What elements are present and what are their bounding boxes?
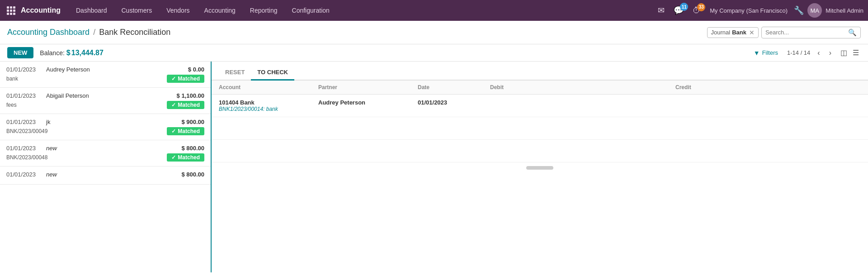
matched-badge: ✓ Matched [167,75,204,83]
list-item[interactable]: 01/01/2023 jk $ 900.00 BNK/2023/00049 ✓ … [0,114,211,140]
breadcrumb-bar: Accounting Dashboard / Bank Reconciliati… [0,21,868,44]
nav-reporting[interactable]: Reporting [243,0,285,21]
toolbar-right: ▼ Filters 1-14 / 14 ‹ › ◫ ☰ [750,48,861,58]
journal-filter-label: Journal [711,29,731,36]
nav-dashboard[interactable]: Dashboard [69,0,114,21]
row-name: Abigail Peterson [46,92,177,99]
toolbar-bar: NEW Balance: $ 13,444.87 ▼ Filters 1-14 … [0,44,868,62]
balance-label: Balance: [40,49,64,57]
empty-row [212,140,868,162]
svg-rect-8 [13,13,15,15]
apps-grid-icon[interactable] [5,4,17,17]
settings-icon[interactable]: 🔧 [794,5,804,15]
cell-partner: Audrey Peterson [318,99,418,106]
company-name[interactable]: My Company (San Francisco) [710,7,788,14]
nav-customers[interactable]: Customers [114,0,160,21]
nav-menu: Dashboard Customers Vendors Accounting R… [69,0,655,21]
brand-label: Accounting [21,6,61,14]
scrollbar-area [212,162,868,173]
nav-vendors[interactable]: Vendors [159,0,197,21]
row-date: 01/01/2023 [6,92,42,99]
col-credit: Credit [675,84,861,90]
row-amount: $ 900.00 [181,119,204,125]
activities-icon[interactable]: ⏱ 33 [690,4,703,17]
row-amount: $ 800.00 [181,145,204,152]
empty-row [212,117,868,140]
messages-badge: 11 [680,3,688,11]
matched-badge: ✓ Matched [167,101,204,109]
checkmark-icon: ✓ [171,102,176,108]
row-name: Audrey Peterson [46,66,188,73]
topnav-right-area: ✉ 💬 11 ⏱ 33 My Company (San Francisco) 🔧… [655,3,863,18]
kanban-view-button[interactable]: ◫ [839,48,849,58]
left-panel: 01/01/2023 Audrey Peterson $ 0.00 bank ✓… [0,62,212,272]
checkmark-icon: ✓ [171,154,176,161]
reset-tab[interactable]: RESET [219,65,251,81]
journal-filter-value: Bank [732,29,746,36]
matched-label: Matched [178,128,200,134]
tocheck-tab[interactable]: TO CHECK [251,65,294,81]
filter-label: Filters [762,49,778,56]
svg-rect-2 [13,6,15,9]
scrollbar-thumb[interactable] [526,166,553,170]
row-date: 01/01/2023 [6,171,42,178]
svg-rect-6 [7,13,9,15]
search-input[interactable] [765,29,846,36]
balance-currency: $ [66,49,71,57]
row-ref: BNK/2023/00048 [6,154,47,161]
row-ref: BNK/2023/00049 [6,128,47,134]
cell-date: 01/01/2023 [418,99,490,106]
checkmark-icon: ✓ [171,76,176,82]
table-row: 101404 Bank BNK1/2023/00014: bank Audrey… [212,95,868,117]
journal-filter-pill: Journal Bank ✕ [707,27,759,38]
row-ref: fees [6,102,17,108]
svg-rect-4 [10,10,12,12]
main-content: 01/01/2023 Audrey Peterson $ 0.00 bank ✓… [0,62,868,272]
list-item[interactable]: 01/01/2023 new $ 800.00 BNK/2023/00048 ✓… [0,140,211,167]
col-debit: Debit [490,84,675,90]
messages-icon[interactable]: 💬 11 [671,4,686,17]
avatar[interactable]: MA [807,3,822,18]
view-toggle: ◫ ☰ [839,48,861,58]
list-view-button[interactable]: ☰ [851,48,861,58]
search-icon[interactable]: 🔍 [848,29,857,37]
top-navbar: Accounting Dashboard Customers Vendors A… [0,0,868,21]
right-panel: RESET TO CHECK Account Partner Date Debi… [212,62,868,272]
matched-badge: ✓ Matched [167,127,204,135]
matched-label: Matched [178,102,200,108]
breadcrumb-link[interactable]: Accounting Dashboard [7,28,90,37]
nav-accounting[interactable]: Accounting [197,0,243,21]
journal-filter-remove[interactable]: ✕ [749,29,755,36]
row-date: 01/01/2023 [6,66,42,73]
nav-configuration[interactable]: Configuration [285,0,337,21]
pagination-info: 1-14 / 14 [787,49,810,56]
list-item[interactable]: 01/01/2023 Abigail Peterson $ 1,100.00 f… [0,88,211,114]
row-ref: bank [6,76,18,82]
col-partner: Partner [318,84,418,90]
breadcrumb-current: Bank Reconciliation [99,28,170,37]
breadcrumb-separator: / [93,28,95,37]
new-button[interactable]: NEW [7,47,33,58]
matched-label: Matched [178,76,200,82]
balance-value: 13,444.87 [71,49,104,57]
next-page-button[interactable]: › [827,48,833,58]
right-tabs: RESET TO CHECK [212,62,868,81]
svg-rect-5 [13,10,15,12]
svg-rect-7 [10,13,12,15]
row-name: new [46,171,181,178]
table-header: Account Partner Date Debit Credit [212,81,868,95]
breadcrumb-right: Journal Bank ✕ 🔍 [707,27,861,38]
svg-rect-0 [7,6,9,9]
row-amount: $ 0.00 [188,66,204,73]
row-name: jk [46,119,181,125]
list-item[interactable]: 01/01/2023 new $ 800.00 [0,167,211,185]
filters-button[interactable]: ▼ Filters [750,48,782,58]
svg-rect-3 [7,10,9,12]
matched-badge: ✓ Matched [167,153,204,162]
filter-icon: ▼ [754,49,760,57]
support-icon[interactable]: ✉ [655,4,667,17]
activities-badge: 33 [697,3,705,11]
prev-page-button[interactable]: ‹ [816,48,821,58]
list-item[interactable]: 01/01/2023 Audrey Peterson $ 0.00 bank ✓… [0,62,211,88]
user-name[interactable]: Mitchell Admin [826,7,863,14]
